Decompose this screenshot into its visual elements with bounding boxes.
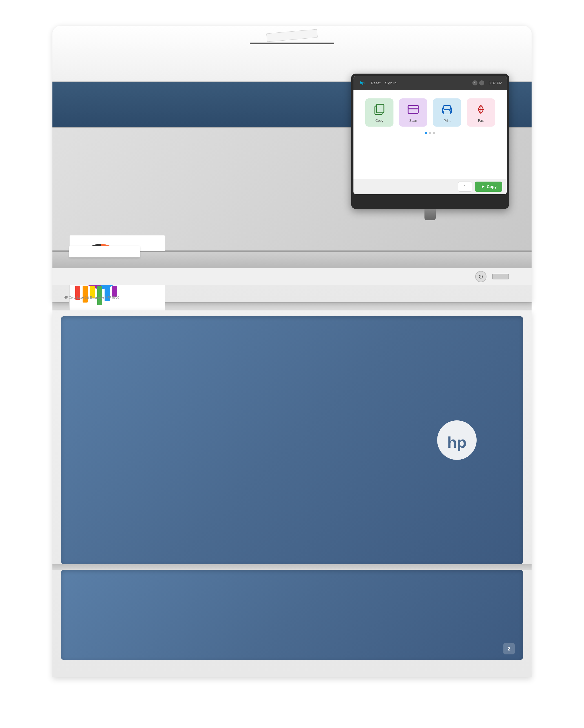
screen-bottom-bar: 1 Copy: [353, 179, 507, 194]
copy-label: Copy: [375, 119, 383, 123]
dot-1[interactable]: [425, 132, 427, 134]
svg-rect-3: [408, 105, 418, 108]
dot-2[interactable]: [429, 132, 431, 134]
adf-slot: [250, 43, 334, 44]
app-grid: Copy Scan: [359, 96, 501, 129]
controls-bar: [52, 268, 532, 285]
screen: hp Reset Sign In ℹ 3:37: [353, 76, 507, 194]
scan-icon: [406, 102, 420, 116]
copy-tile[interactable]: Copy: [365, 98, 394, 127]
wifi-icon: [479, 80, 484, 85]
fax-icon: [474, 102, 488, 116]
fax-tile[interactable]: Fax: [467, 98, 495, 127]
fax-label: Fax: [478, 119, 484, 123]
output-paper: [69, 246, 140, 257]
svg-rect-1: [376, 104, 384, 113]
print-label: Print: [444, 119, 451, 123]
info-icon[interactable]: ℹ: [472, 80, 477, 85]
header-icons: ℹ: [472, 80, 484, 85]
touchscreen-panel: hp Reset Sign In ℹ 3:37: [351, 74, 509, 209]
printer-model-label: HP Color LaserJet Enterprise MFP 5800: [64, 296, 119, 299]
color-bars: [75, 286, 117, 305]
printer: hp Reset Sign In ℹ 3:37: [38, 26, 546, 702]
bar-orange: [83, 286, 88, 303]
hp-logo: hp: [436, 419, 478, 461]
hp-logo-text: hp: [360, 81, 365, 85]
tray-gap: [52, 564, 532, 570]
bar-purple: [112, 286, 117, 297]
bar-green: [97, 286, 102, 305]
power-button[interactable]: [475, 271, 486, 282]
screen-stand: [424, 209, 436, 220]
copies-field[interactable]: 1: [458, 182, 472, 192]
reset-button[interactable]: Reset: [371, 81, 380, 85]
dot-3[interactable]: [433, 132, 435, 134]
copy-icon: [372, 102, 387, 116]
paper-output: [52, 251, 532, 268]
tray-number-badge: 2: [503, 643, 515, 654]
upper-body: hp Reset Sign In ℹ 3:37: [52, 26, 532, 302]
copy-start-button[interactable]: Copy: [475, 182, 502, 192]
svg-rect-6: [444, 105, 450, 109]
scan-label: Scan: [409, 119, 417, 123]
screen-content: Copy Scan: [353, 90, 507, 179]
hp-logo-screen: hp: [358, 80, 366, 86]
lower-paper-tray[interactable]: 2: [61, 570, 523, 660]
svg-marker-11: [482, 185, 484, 188]
svg-rect-7: [444, 111, 450, 114]
screen-time: 3:37 PM: [489, 81, 502, 85]
print-icon: [440, 102, 454, 116]
scan-tile[interactable]: Scan: [399, 98, 427, 127]
adf-document: [266, 29, 318, 42]
usb-slot[interactable]: [492, 274, 509, 279]
lower-body: hp 2: [52, 310, 532, 677]
svg-point-8: [449, 109, 451, 111]
main-paper-tray[interactable]: hp: [61, 316, 523, 564]
sign-in-button[interactable]: Sign In: [385, 81, 396, 85]
svg-text:hp: hp: [447, 433, 467, 451]
screen-dots: [359, 129, 501, 136]
print-tile[interactable]: Print: [433, 98, 461, 127]
screen-header: hp Reset Sign In ℹ 3:37: [353, 76, 507, 90]
